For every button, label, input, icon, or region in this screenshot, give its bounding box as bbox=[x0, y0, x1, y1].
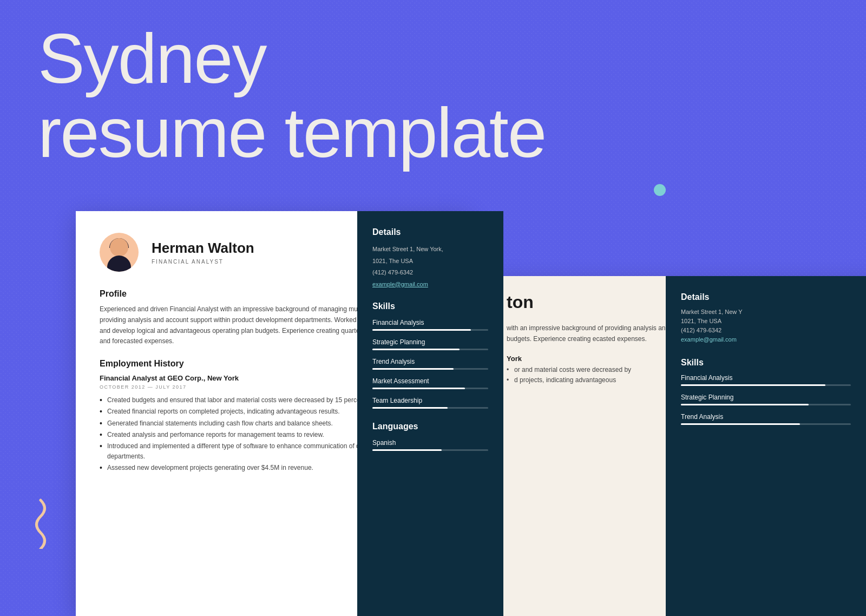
sidebar2-skill-bar-fill bbox=[681, 404, 809, 405]
skill-bar-background bbox=[372, 407, 488, 409]
skills-section-title: Skills bbox=[372, 302, 488, 311]
contact-address: Market Street 1, New York, bbox=[372, 245, 488, 254]
avatar-head bbox=[110, 238, 128, 257]
skill-name: Financial Analysis bbox=[372, 319, 488, 326]
sidebar2-details-title: Details bbox=[681, 292, 851, 302]
skill-bar-background bbox=[372, 349, 488, 350]
resume-job-title: Financial Analyst bbox=[152, 259, 254, 265]
sidebar2-skill-item: Trend Analysis bbox=[681, 413, 851, 425]
sidebar2-email: example@gmail.com bbox=[681, 336, 851, 343]
hero-section: Sydneyresume template bbox=[38, 22, 546, 169]
skill-bar-fill bbox=[372, 329, 471, 331]
skill-bar-background bbox=[372, 368, 488, 370]
avatar-body bbox=[107, 255, 131, 272]
resume-name: Herman Walton bbox=[152, 240, 254, 257]
languages-list: Spanish bbox=[372, 439, 488, 451]
sidebar2-skills-title: Skills bbox=[681, 358, 851, 368]
skill-item: Team Leadership bbox=[372, 397, 488, 409]
sidebar2-city: 1021, The USA bbox=[681, 318, 851, 324]
skill-item: Financial Analysis bbox=[372, 319, 488, 331]
resume-card-second-dark-sidebar: Details Market Street 1, New Y 1021, The… bbox=[666, 276, 866, 616]
skill-bar-fill bbox=[372, 349, 460, 350]
sidebar2-skill-name: Strategic Planning bbox=[681, 394, 851, 401]
avatar bbox=[100, 233, 139, 272]
language-bar-background bbox=[372, 449, 488, 451]
sidebar2-skill-name: Financial Analysis bbox=[681, 374, 851, 382]
sidebar2-skill-bar-fill bbox=[681, 423, 800, 425]
skill-item: Market Assessment bbox=[372, 377, 488, 389]
sidebar2-skill-bar-background bbox=[681, 423, 851, 425]
skill-bar-fill bbox=[372, 407, 448, 409]
skill-name: Trend Analysis bbox=[372, 358, 488, 365]
sidebar2-skill-item: Financial Analysis bbox=[681, 374, 851, 386]
hero-title: Sydneyresume template bbox=[38, 22, 546, 169]
name-section: Herman Walton Financial Analyst bbox=[152, 240, 254, 265]
sidebar2-skill-bar-background bbox=[681, 404, 851, 405]
skill-bar-background bbox=[372, 388, 488, 389]
sidebar2-skill-name: Trend Analysis bbox=[681, 413, 851, 421]
language-bar-fill bbox=[372, 449, 442, 451]
language-item: Spanish bbox=[372, 439, 488, 451]
wavy-decoration bbox=[24, 495, 57, 551]
skill-bar-fill bbox=[372, 388, 465, 389]
contact-phone: (412) 479-6342 bbox=[372, 268, 488, 277]
skill-bar-fill bbox=[372, 368, 454, 370]
sidebar2-phone: (412) 479-6342 bbox=[681, 327, 851, 333]
skill-bar-background bbox=[372, 329, 488, 331]
sidebar2-skill-item: Strategic Planning bbox=[681, 394, 851, 405]
skill-name: Team Leadership bbox=[372, 397, 488, 404]
contact-email: example@gmail.com bbox=[372, 280, 488, 289]
sidebar2-skills-list: Financial AnalysisStrategic PlanningTren… bbox=[681, 374, 851, 425]
sidebar2-skill-bar-fill bbox=[681, 384, 825, 386]
sidebar2-address: Market Street 1, New Y bbox=[681, 309, 851, 315]
languages-section-title: Languages bbox=[372, 422, 488, 431]
details-section-title: Details bbox=[372, 227, 488, 237]
skill-item: Trend Analysis bbox=[372, 358, 488, 370]
resume-card-dark-sidebar: Details Market Street 1, New York, 1021,… bbox=[357, 211, 503, 616]
accent-dot-decoration bbox=[654, 184, 666, 196]
skill-name: Market Assessment bbox=[372, 377, 488, 385]
sidebar2-skill-bar-background bbox=[681, 384, 851, 386]
skill-name: Strategic Planning bbox=[372, 338, 488, 346]
skills-list: Financial AnalysisStrategic PlanningTren… bbox=[372, 319, 488, 409]
skill-item: Strategic Planning bbox=[372, 338, 488, 350]
contact-city: 1021, The USA bbox=[372, 257, 488, 266]
